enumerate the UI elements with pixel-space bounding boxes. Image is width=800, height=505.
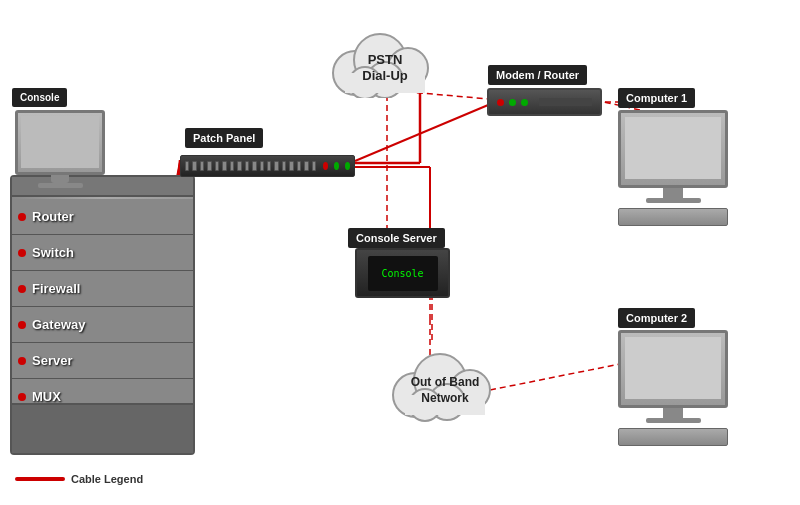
computer-1 (618, 110, 728, 226)
computer-2 (618, 330, 728, 446)
rack-unit-gateway: Gateway (12, 307, 193, 343)
monitor-top-left (15, 110, 105, 188)
svg-text:Dial-Up: Dial-Up (362, 68, 408, 83)
label-computer-1: Computer 1 (618, 88, 695, 108)
console-server: Console (355, 248, 450, 298)
label-top-modem: Modem / Router (488, 65, 587, 85)
svg-text:PSTN: PSTN (368, 52, 403, 67)
legend: Cable Legend (15, 473, 143, 485)
rack-unit-firewall: Firewall (12, 271, 193, 307)
label-console-server: Console Server (348, 228, 445, 248)
label-computer-2: Computer 2 (618, 308, 695, 328)
legend-label: Cable Legend (71, 473, 143, 485)
patch-panel (180, 155, 355, 177)
network-diagram: Router Switch Firewall Gateway Server MU… (0, 0, 800, 505)
label-patch-panel: Patch Panel (185, 128, 263, 148)
top-modem (487, 88, 602, 116)
rack-unit-router: Router (12, 199, 193, 235)
legend-cable-line (15, 477, 65, 481)
label-console: Console (12, 88, 67, 107)
rack-bottom (12, 403, 193, 453)
pstn-cloud: PSTN Dial-Up (320, 18, 450, 108)
svg-line-10 (355, 100, 500, 161)
svg-text:Network: Network (421, 391, 469, 405)
out-of-band-cloud: Out of Band Network (380, 340, 510, 440)
server-rack: Router Switch Firewall Gateway Server MU… (10, 175, 195, 455)
rack-unit-server: Server (12, 343, 193, 379)
svg-text:Out of Band: Out of Band (411, 375, 480, 389)
rack-unit-switch: Switch (12, 235, 193, 271)
